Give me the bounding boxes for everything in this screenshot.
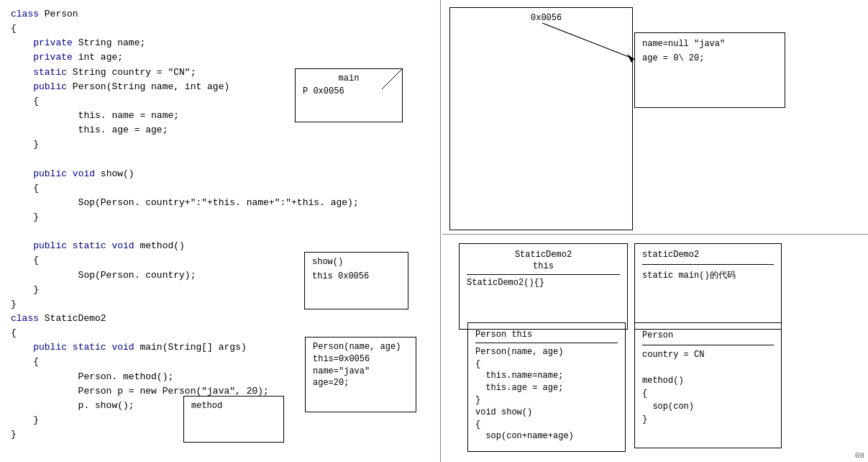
sd2-left-line4: StaticDemo2(){} [467,278,620,288]
pt-left-title: Person this [475,329,618,341]
pr-blank [642,361,774,374]
pt-left-line8: void show() [475,407,618,419]
pt-left-line5: this.name=name; [475,370,618,382]
person-ctor-line1: Person(name, age) [313,342,408,352]
heap-outer-box [449,7,633,230]
pr-line7: sop(con) [642,400,774,413]
pt-left-line9: { [475,419,618,431]
person-this-left-box: Person this Person(name, age) { this.nam… [467,322,626,452]
object-box: name=null "java" age = 0\ 20; [634,32,785,108]
box-person-constructor: Person(name, age) this=0x0056 name="java… [305,337,416,412]
pt-left-divider [475,343,618,343]
sd2-left-title: StaticDemo2 [467,250,620,260]
object-line1: name=null "java" [642,39,777,49]
staticdemo2-right-box: staticDemo2 static main()的代码 [634,243,782,330]
main-stack-line2: P 0x0056 [303,86,395,96]
label-0x0056: 0x0056 [531,13,562,23]
horizontal-divider [442,234,868,235]
diagonal-decoration [382,69,402,89]
pr-line3: country = CN [642,348,774,361]
sd2-right-divider [642,264,774,265]
sd2-left-this: this [467,261,620,271]
box-method: method [183,396,284,443]
person-ctor-line2: this=0x0056 [313,354,408,364]
method-line1: method [191,401,276,411]
pr-divider [642,345,774,345]
svg-line-0 [382,69,402,89]
object-line2: age = 0\ 20; [642,53,777,63]
box-main-stack: main P 0x0056 [295,68,403,122]
pr-line1: Person [642,329,774,342]
pt-left-line6: this.age = age; [475,382,618,394]
vertical-divider [440,0,441,462]
staticdemo2-left-box: StaticDemo2 this StaticDemo2(){} [459,243,628,330]
sd2-right-line1: staticDemo2 [642,250,774,260]
person-right-box: Person country = CN method() { sop(con) … [634,322,782,448]
pt-left-line3: Person(name, age) [475,346,618,358]
box-show: show() this 0x0056 [304,252,408,309]
sd2-right-line3: static main()的代码 [642,269,774,281]
page-number: 08 [855,451,864,460]
pr-line6: { [642,387,774,400]
main-stack-line1: main [303,73,395,83]
show-line2: this 0x0056 [312,271,401,281]
pr-line8: } [642,413,774,426]
person-ctor-line4: name="java" [313,366,408,376]
pt-left-line10: sop(con+name+age) [475,430,618,443]
sd2-divider [467,274,620,275]
pr-line5: method() [642,374,774,387]
person-ctor-line5: age=20; [313,378,408,388]
pt-left-line7: } [475,394,618,407]
show-line1: show() [312,257,401,267]
pt-left-line4: { [475,358,618,371]
